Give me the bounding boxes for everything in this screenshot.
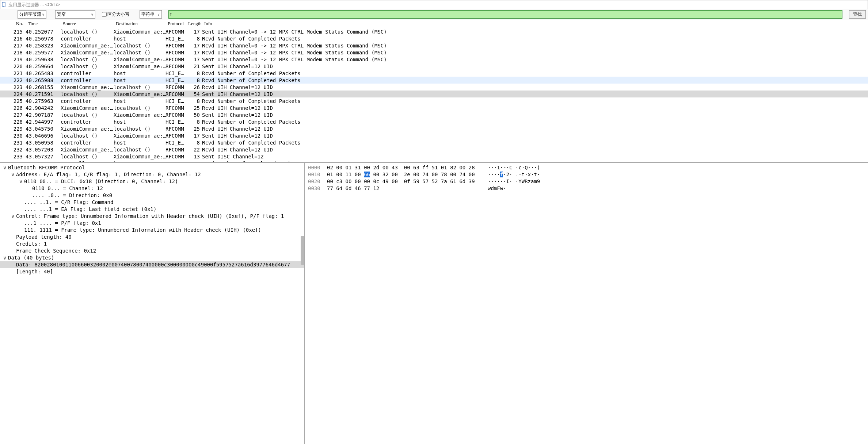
col-len[interactable]: Length (186, 20, 202, 28)
tree-node[interactable]: ∨Data (40 bytes) (0, 254, 304, 261)
packet-row[interactable]: 22742.907187localhost ()XiaomiCommun_ae:… (0, 111, 868, 118)
tree-node[interactable]: .... .0.. = Direction: 0x0 (0, 192, 304, 199)
tree-node[interactable]: ...1 .... = P/F flag: 0x1 (0, 220, 304, 227)
packet-row[interactable]: 21640.256978controllerhostHCI_E…8Rcvd Nu… (0, 35, 868, 42)
packet-row[interactable]: 22240.265988controllerhostHCI_E…8Rcvd Nu… (0, 77, 868, 84)
hex-row[interactable]: 002000 c3 00 00 00 0c 49 00 0f 59 57 52 … (308, 178, 865, 185)
tree-node[interactable]: 111. 1111 = Frame type: Unnumbered Infor… (0, 227, 304, 234)
find-toolbar: 分组字节流 ∨ 宽窄 ∨ 区分大小写 字符串 ∨ 查找 (0, 9, 868, 20)
col-info[interactable]: Info (202, 20, 868, 28)
packet-row[interactable]: 22140.265483controllerhostHCI_E…8Rcvd Nu… (0, 70, 868, 77)
tree-node[interactable]: Payload length: 40 (0, 234, 304, 241)
tree-node[interactable]: Data: 820028010011006600320002e007400780… (0, 261, 304, 268)
tree-node[interactable]: .... ...1 = EA Flag: Last field octet (0… (0, 206, 304, 213)
packet-row[interactable]: 22040.259664localhost ()XiaomiCommun_ae:… (0, 63, 868, 70)
bookmark-icon[interactable] (0, 2, 7, 7)
tree-toggle-icon[interactable]: ∨ (3, 254, 8, 261)
tree-node[interactable]: Frame Check Sequence: 0x12 (0, 247, 304, 254)
packet-row[interactable]: 23343.057327localhost ()XiaomiCommun_ae:… (0, 153, 868, 160)
packet-list-header: No. Time Source Destination Protocol Len… (0, 20, 868, 28)
packet-row[interactable]: 23143.050958controllerhostHCI_E…8Rcvd Nu… (0, 139, 868, 146)
packet-row[interactable]: 22842.944997controllerhostHCI_E…8Rcvd Nu… (0, 118, 868, 125)
col-dst[interactable]: Destination (114, 20, 165, 28)
tree-node[interactable]: ∨Address: E/A flag: 1, C/R flag: 1, Dire… (0, 171, 304, 178)
packet-bytes-hex[interactable]: 000002 00 01 31 00 2d 00 43 00 63 ff 51 … (305, 163, 868, 444)
tree-node[interactable]: Credits: 1 (0, 241, 304, 247)
tree-toggle-icon[interactable]: ∨ (11, 171, 16, 178)
hex-row[interactable]: 003077 64 6d 46 77 12wdmFw· (308, 185, 865, 192)
encoding-combo[interactable]: 字符串 ∨ (140, 10, 162, 19)
tree-toggle-icon[interactable]: ∨ (19, 178, 24, 185)
packet-row[interactable]: 23443.065852controllerhostHCI_E…8Rcvd Nu… (0, 160, 868, 162)
col-time[interactable]: Time (26, 20, 61, 28)
packet-row[interactable]: 22440.271591localhost ()XiaomiCommun_ae:… (0, 91, 868, 97)
packet-row[interactable]: 22943.045750XiaomiCommun_ae:…localhost (… (0, 125, 868, 132)
packet-list[interactable]: No. Time Source Destination Protocol Len… (0, 20, 868, 162)
packet-row[interactable]: 21940.259638localhost ()XiaomiCommun_ae:… (0, 56, 868, 63)
packet-row[interactable]: 22340.268155XiaomiCommun_ae:…localhost (… (0, 84, 868, 91)
tree-node[interactable]: .... ..1. = C/R Flag: Command (0, 199, 304, 206)
tree-node[interactable]: ∨Control: Frame type: Unnumbered Informa… (0, 213, 304, 220)
tree-node[interactable]: 0110 0... = Channel: 12 (0, 185, 304, 192)
packet-row[interactable]: 21740.258323XiaomiCommun_ae:…localhost (… (0, 42, 868, 49)
packet-row[interactable]: 22642.904242XiaomiCommun_ae:…localhost (… (0, 104, 868, 111)
tree-toggle-icon[interactable]: ∨ (3, 164, 8, 171)
tree-node[interactable]: [Length: 40] (0, 268, 304, 275)
scrollbar-thumb[interactable] (301, 236, 304, 265)
col-no[interactable]: No. (0, 20, 26, 28)
case-checkbox[interactable]: 区分大小写 (102, 11, 129, 18)
tree-node[interactable]: ∨Bluetooth RFCOMM Protocol (0, 164, 304, 171)
stream-combo[interactable]: 分组字节流 ∨ (18, 10, 46, 19)
packet-row[interactable]: 22540.275963controllerhostHCI_E…8Rcvd Nu… (0, 97, 868, 104)
packet-row[interactable]: 21540.252077localhost ()XiaomiCommun_ae:… (0, 28, 868, 35)
display-filter-bar (0, 0, 868, 9)
packet-row[interactable]: 21840.259577XiaomiCommun_ae:…localhost (… (0, 49, 868, 56)
tree-toggle-icon[interactable]: ∨ (11, 213, 16, 220)
col-proto[interactable]: Protocol (165, 20, 186, 28)
search-input[interactable] (168, 10, 842, 19)
packet-details-tree[interactable]: ∨Bluetooth RFCOMM Protocol∨Address: E/A … (0, 163, 305, 444)
display-filter-input[interactable] (7, 2, 868, 7)
hex-row[interactable]: 001001 00 11 00 66 00 32 00 2e 00 74 00 … (308, 171, 865, 178)
tree-node[interactable]: ∨0110 00.. = DLCI: 0x18 (Direction: 0, C… (0, 178, 304, 185)
bottom-panes: ∨Bluetooth RFCOMM Protocol∨Address: E/A … (0, 162, 868, 444)
packet-row[interactable]: 23043.046696localhost ()XiaomiCommun_ae:… (0, 132, 868, 139)
hex-row[interactable]: 000002 00 01 31 00 2d 00 43 00 63 ff 51 … (308, 164, 865, 171)
col-src[interactable]: Source (61, 20, 114, 28)
find-button[interactable]: 查找 (849, 10, 866, 19)
packet-row[interactable]: 23243.057203XiaomiCommun_ae:…localhost (… (0, 146, 868, 153)
width-combo[interactable]: 宽窄 ∨ (55, 10, 95, 19)
